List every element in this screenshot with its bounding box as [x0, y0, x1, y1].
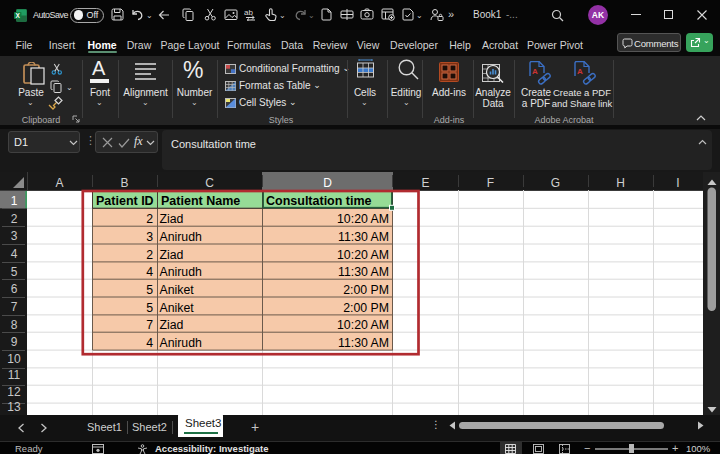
- svg-text:11:30 AM: 11:30 AM: [338, 230, 389, 244]
- svg-text:Patient Name: Patient Name: [161, 194, 240, 208]
- svg-text:13: 13: [7, 400, 21, 414]
- svg-text:A: A: [577, 67, 583, 76]
- svg-text:Consultation time: Consultation time: [266, 194, 372, 208]
- svg-text:D: D: [323, 176, 332, 190]
- svg-text:Patient ID: Patient ID: [96, 194, 154, 208]
- svg-text:F: F: [487, 176, 494, 190]
- svg-text:4: 4: [11, 247, 18, 261]
- svg-text:11:30 AM: 11:30 AM: [338, 265, 389, 279]
- svg-text:A: A: [532, 67, 538, 76]
- svg-text:X: X: [16, 12, 21, 19]
- svg-text:2: 2: [11, 212, 18, 226]
- svg-text:5: 5: [146, 283, 153, 297]
- svg-text:2:00 PM: 2:00 PM: [343, 301, 389, 315]
- svg-text:2: 2: [146, 248, 153, 262]
- svg-text:ab: ab: [244, 8, 253, 17]
- svg-text:Aniket: Aniket: [160, 283, 195, 297]
- svg-text:4: 4: [146, 336, 153, 350]
- svg-text:H: H: [616, 176, 625, 190]
- svg-text:E: E: [421, 176, 429, 190]
- svg-text:10:20 AM: 10:20 AM: [337, 212, 389, 226]
- svg-text:6: 6: [11, 282, 18, 296]
- svg-text:B: B: [120, 176, 128, 190]
- svg-text:10: 10: [7, 352, 21, 366]
- svg-text:Anirudh: Anirudh: [160, 265, 203, 279]
- svg-text:A: A: [55, 176, 63, 190]
- svg-text:C: C: [205, 176, 214, 190]
- svg-text:Ziad: Ziad: [160, 318, 184, 332]
- svg-text:3: 3: [146, 230, 153, 244]
- svg-text:Aniket: Aniket: [160, 301, 195, 315]
- svg-text:7: 7: [11, 300, 18, 314]
- svg-text:G: G: [551, 176, 560, 190]
- svg-text:2: 2: [146, 212, 153, 226]
- svg-text:8: 8: [11, 318, 18, 332]
- svg-text:11: 11: [8, 368, 21, 382]
- svg-text:5: 5: [146, 301, 153, 315]
- svg-text:1: 1: [11, 194, 18, 208]
- svg-text:I: I: [676, 176, 679, 190]
- svg-text:4: 4: [146, 265, 153, 279]
- svg-text:Ziad: Ziad: [160, 212, 184, 226]
- svg-text:7: 7: [146, 318, 153, 332]
- svg-text:Anirudh: Anirudh: [160, 230, 203, 244]
- svg-text:2:00 PM: 2:00 PM: [343, 283, 389, 297]
- svg-text:10:20 AM: 10:20 AM: [337, 318, 389, 332]
- svg-text:Anirudh: Anirudh: [160, 336, 203, 350]
- svg-text:12: 12: [7, 385, 21, 399]
- svg-text:Ziad: Ziad: [160, 248, 184, 262]
- svg-text:10:20 AM: 10:20 AM: [337, 248, 389, 262]
- svg-text:3: 3: [11, 229, 18, 243]
- svg-text:11:30 AM: 11:30 AM: [338, 336, 389, 350]
- svg-text:5: 5: [11, 265, 18, 279]
- svg-text:9: 9: [11, 335, 18, 349]
